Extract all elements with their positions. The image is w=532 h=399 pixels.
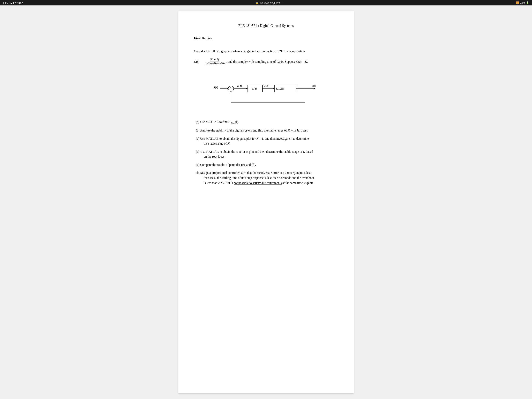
svg-text:U(z): U(z)	[264, 84, 269, 87]
part-a-label: (a) Use MATLAB to find GZAS(z).	[196, 120, 239, 123]
lock-icon: 🔒	[256, 1, 258, 4]
part-e-label: (e) Compare the results of parts (b), (c…	[196, 163, 256, 166]
part-a: (a) Use MATLAB to find GZAS(z).	[194, 119, 338, 125]
g-s-numerator: 5(s+40)	[210, 58, 219, 62]
svg-text:+: +	[221, 85, 222, 88]
g-zas-symbol: GZAS(z)	[241, 50, 251, 53]
svg-text:E(z): E(z)	[237, 84, 242, 87]
intro-paragraph: Consider the following system where GZAS…	[194, 49, 338, 54]
status-bar: 6:52 PM Fri Aug 4 🔒 cdn.discordapp.com ·…	[0, 0, 532, 6]
status-bar-right: 📶 12% 🔋	[516, 1, 529, 4]
g-s-equals: G(s) =	[194, 59, 203, 64]
page-wrapper: ELE 481/581 : Digital Control Systems Fi…	[0, 6, 532, 399]
part-f-label: (f) Design a proportional controller suc…	[196, 171, 314, 184]
battery-display: 12%	[520, 1, 525, 4]
ellipsis-menu[interactable]: ···	[282, 1, 284, 4]
svg-marker-14	[314, 88, 316, 90]
svg-marker-10	[273, 88, 275, 90]
time-display: 6:52 PM Fri Aug 4	[3, 1, 23, 4]
url-display: cdn.discordapp.com	[260, 1, 280, 4]
svg-text:C(z): C(z)	[252, 87, 257, 90]
document-subtitle: Final Project	[194, 36, 338, 41]
part-b-label: (b) Analyze the stability of the digital…	[196, 129, 308, 132]
diagram-svg: R(z) + + − E(z) C(z)	[211, 71, 321, 110]
battery-icon: 🔋	[526, 1, 529, 4]
part-c: (c) Use MATLAB to obtain the Nyquist plo…	[194, 136, 338, 146]
wifi-icon: 📶	[516, 1, 519, 4]
r-z-label: R(z)	[213, 86, 218, 89]
part-d: (d) Use MATLAB to obtain the root locus …	[194, 149, 338, 159]
svg-text:−: −	[229, 89, 231, 92]
parts-list: (a) Use MATLAB to find GZAS(z). (b) Anal…	[194, 119, 338, 186]
g-s-fraction: 5(s+40) (s+1)(s+10)(s+20)	[204, 58, 225, 65]
g-s-denominator: (s+1)(s+10)(s+20)	[204, 62, 225, 65]
block-diagram: R(z) + + − E(z) C(z)	[211, 71, 321, 112]
part-f: (f) Design a proportional controller suc…	[194, 170, 338, 185]
document: ELE 481/581 : Digital Control Systems Fi…	[178, 11, 354, 393]
svg-text:Y(z): Y(z)	[311, 84, 316, 87]
document-title: ELE 481/581 : Digital Control Systems	[194, 23, 338, 29]
part-b: (b) Analyze the stability of the digital…	[194, 128, 338, 133]
svg-text:GZAS(z): GZAS(z)	[276, 87, 284, 91]
status-bar-center: 🔒 cdn.discordapp.com ···	[256, 1, 284, 4]
svg-text:+: +	[230, 86, 231, 89]
transfer-function-line: G(s) = 5(s+40) (s+1)(s+10)(s+20) , and t…	[194, 58, 338, 65]
part-e: (e) Compare the results of parts (b), (c…	[194, 162, 338, 167]
svg-marker-2	[227, 88, 228, 90]
part-c-label: (c) Use MATLAB to obtain the Nyquist plo…	[196, 137, 309, 145]
status-bar-left: 6:52 PM Fri Aug 4	[3, 1, 23, 4]
g-s-rest-text: , and the sampler with sampling time of …	[227, 59, 308, 64]
svg-marker-6	[246, 88, 248, 90]
part-d-label: (d) Use MATLAB to obtain the root locus …	[196, 150, 313, 158]
